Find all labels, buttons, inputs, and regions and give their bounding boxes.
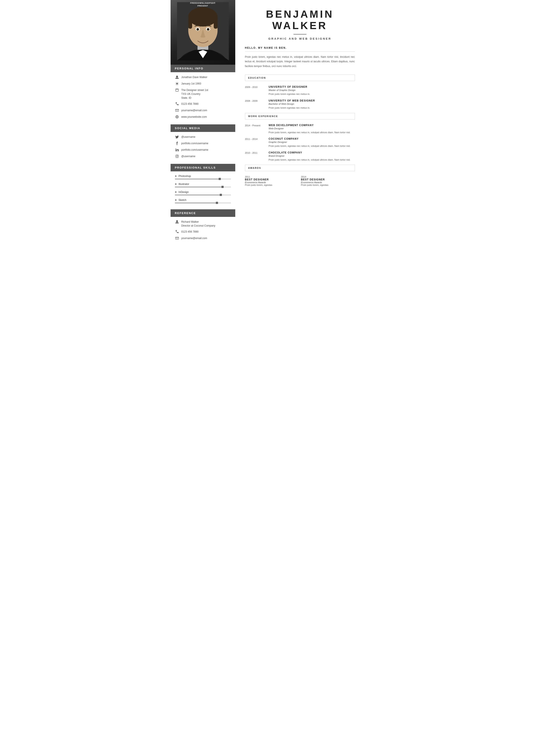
reference-header: REFERENCE bbox=[171, 209, 235, 217]
ref-person-icon bbox=[175, 220, 179, 224]
award-title-1: BEST DESIGNER bbox=[301, 178, 355, 181]
award-1: 2014 BEST DESIGNER Ecommerce Awards Proi… bbox=[301, 176, 355, 186]
work-company-0: WEB DEVELOPMENT COMPANY bbox=[269, 124, 355, 127]
edu-content-1: UNIVERSITY OF WEB DESIGNER Bachelor of W… bbox=[269, 99, 355, 110]
social-media-header: SOCIAL MEDIA bbox=[171, 124, 235, 132]
social-facebook: portfolio.com/username bbox=[175, 141, 231, 146]
reference-phone: 0123 456 7890 bbox=[175, 230, 231, 234]
intro-paragraph: Proin justo lorem, egestas nec metus in,… bbox=[245, 55, 355, 69]
reference-name-text: Richard WalkerDirector at Coconut Compan… bbox=[181, 220, 215, 228]
skill-plus-icon: + bbox=[175, 175, 177, 178]
award-desc-0: Proin justo lorem, egestas bbox=[245, 184, 299, 186]
edu-role-0: Master of Graphic Design bbox=[269, 89, 355, 92]
address-text: The Designer street 1stTXS UK.CountrySta… bbox=[181, 88, 208, 100]
awards-title: AWARDS bbox=[248, 167, 352, 169]
social-instagram: @username bbox=[175, 154, 231, 159]
edu-year-1: 2008 - 2009 bbox=[245, 99, 265, 110]
edu-company-0: UNIVERSITY OF DESIGNER bbox=[269, 85, 355, 88]
instagram-icon bbox=[175, 154, 179, 159]
svg-point-13 bbox=[176, 76, 178, 77]
twitter-icon bbox=[175, 135, 179, 139]
work-desc-1: Proin justo lorem, egestas nec netus in,… bbox=[269, 144, 355, 148]
skill-name: Illustrator bbox=[179, 183, 189, 186]
ref-phone-icon bbox=[175, 230, 179, 234]
facebook-icon bbox=[175, 142, 179, 146]
social-twitter: @username bbox=[175, 135, 231, 139]
edu-desc-1: Proin justo lorem egestas nec metus in. bbox=[269, 106, 355, 110]
award-sub-0: Ecommerce Awards bbox=[245, 181, 299, 184]
awards-section-box: AWARDS bbox=[245, 165, 355, 171]
name-text: Jonathan Dave Walker bbox=[181, 75, 208, 79]
social-linkedin: portfolio.com/username bbox=[175, 148, 231, 152]
svg-point-11 bbox=[197, 29, 198, 30]
main-content: BENJAMIN WALKER GRAPHIC AND WEB DESIGNER… bbox=[235, 0, 365, 274]
education-section-box: EDUCATION bbox=[245, 75, 355, 81]
reference-name: Richard WalkerDirector at Coconut Compan… bbox=[175, 220, 231, 228]
work-entries: 2014 - Present WEB DEVELOPMENT COMPANY W… bbox=[245, 124, 355, 162]
personal-info-section: Jonathan Dave Walker January 1st 1993 bbox=[171, 72, 235, 124]
work-company-2: CHOCOLATE COMPANY bbox=[269, 151, 355, 154]
dob-text: January 1st 1993 bbox=[181, 82, 201, 86]
svg-rect-5 bbox=[188, 17, 192, 29]
svg-point-12 bbox=[208, 29, 209, 30]
website-text: www.yourwebsite.com bbox=[181, 115, 207, 119]
edu-year-0: 2009 - 2010 bbox=[245, 85, 265, 96]
work-entry-0: 2014 - Present WEB DEVELOPMENT COMPANY W… bbox=[245, 124, 355, 135]
name-divider bbox=[294, 34, 306, 35]
greeting-text: HELLO. MY NAME IS BEN. bbox=[245, 46, 355, 49]
instagram-text: @username bbox=[181, 154, 196, 158]
awards-entries: 2011 BEST DESIGNER Ecommerce Awards Proi… bbox=[245, 176, 355, 186]
education-entry-1: 2008 - 2009 UNIVERSITY OF WEB DESIGNER B… bbox=[245, 99, 355, 110]
work-role-2: Brand Drsigner bbox=[269, 154, 355, 157]
award-title-0: BEST DESIGNER bbox=[245, 178, 299, 181]
resume-name-line1: BENJAMIN bbox=[245, 9, 355, 20]
linkedin-text: portfolio.com/username bbox=[181, 148, 208, 152]
svg-line-19 bbox=[176, 83, 176, 83]
award-0: 2011 BEST DESIGNER Ecommerce Awards Proi… bbox=[245, 176, 299, 186]
svg-point-34 bbox=[176, 148, 176, 149]
svg-line-22 bbox=[176, 85, 176, 85]
work-title: WORK EXPERIENCE bbox=[248, 115, 352, 118]
person-icon bbox=[175, 75, 179, 80]
personal-info-email: yourname@email.com bbox=[175, 108, 231, 113]
personal-info-website: www.yourwebsite.com bbox=[175, 115, 231, 119]
work-year-0: 2014 - Present bbox=[245, 124, 265, 135]
work-company-1: COCONUT COMPANY bbox=[269, 137, 355, 140]
svg-rect-33 bbox=[176, 149, 176, 151]
svg-rect-6 bbox=[214, 17, 217, 29]
skill-name: Sketch bbox=[179, 199, 186, 202]
personal-info-name: Jonathan Dave Walker bbox=[175, 75, 231, 80]
award-year-0: 2011 bbox=[245, 176, 299, 178]
svg-point-38 bbox=[176, 220, 178, 222]
skill-illustrator: + Illustrator bbox=[175, 182, 231, 187]
reference-section: Richard WalkerDirector at Coconut Compan… bbox=[171, 217, 235, 246]
personal-info-header: PERSONAL INFO bbox=[171, 65, 235, 72]
skill-indesign: + InDesign bbox=[175, 190, 231, 195]
reference-email: yourname@email.com bbox=[175, 236, 231, 241]
personal-info-phone: 0123 456 7890 bbox=[175, 102, 231, 106]
award-desc-1: Proin justo lorem, egestas bbox=[301, 184, 355, 186]
svg-point-4 bbox=[188, 7, 217, 27]
skill-name: InDesign bbox=[179, 191, 189, 194]
skill-plus-icon: + bbox=[175, 190, 177, 194]
svg-rect-23 bbox=[176, 89, 178, 92]
svg-point-37 bbox=[178, 155, 178, 156]
work-year-2: 2010 - 2011 bbox=[245, 151, 265, 162]
education-entries: 2009 - 2010 UNIVERSITY OF DESIGNER Maste… bbox=[245, 85, 355, 110]
sun-icon bbox=[175, 82, 179, 86]
skill-name: Photoshop bbox=[179, 175, 191, 177]
email-text: yourname@email.com bbox=[181, 108, 207, 112]
address-icon bbox=[175, 88, 179, 93]
linkedin-icon bbox=[175, 148, 179, 152]
work-content-1: COCONUT COMPANY Graphic Designer Proin j… bbox=[269, 137, 355, 148]
profile-photo: FREEDOWNLOäDPSD® PRESENT bbox=[171, 0, 235, 65]
award-sub-1: Ecommerce Awards bbox=[301, 181, 355, 184]
resume-header: BENJAMIN WALKER GRAPHIC AND WEB DESIGNER bbox=[245, 9, 355, 40]
education-entry-0: 2009 - 2010 UNIVERSITY OF DESIGNER Maste… bbox=[245, 85, 355, 96]
personal-info-dob: January 1st 1993 bbox=[175, 82, 231, 86]
greeting-divider bbox=[245, 51, 355, 52]
skill-photoshop: + Photoshop bbox=[175, 175, 231, 179]
email-icon bbox=[175, 109, 179, 113]
web-icon bbox=[175, 115, 179, 119]
svg-line-21 bbox=[178, 83, 178, 83]
